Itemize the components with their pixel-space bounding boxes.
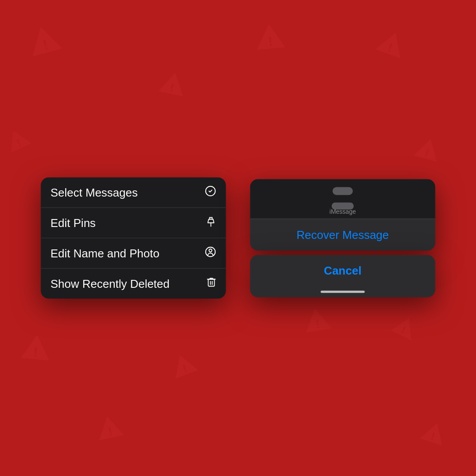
action-sheet-preview: iMessage <box>250 179 435 219</box>
cancel-sheet: Cancel <box>250 255 435 297</box>
menu-item-edit-name-photo[interactable]: Edit Name and Photo <box>41 238 226 269</box>
edit-name-photo-label: Edit Name and Photo <box>51 246 160 260</box>
cancel-button[interactable]: Cancel <box>250 255 435 286</box>
edit-pins-label: Edit Pins <box>51 216 96 230</box>
svg-point-27 <box>209 249 212 252</box>
panels-container: Select Messages Edit Pins Edit Name and … <box>41 178 435 299</box>
warning-icon-3: ! <box>252 21 287 52</box>
warning-icon-1: ! <box>23 20 65 59</box>
right-action-sheet-container: iMessage Recover Message Cancel <box>250 179 435 297</box>
warning-icon-4: ! <box>373 26 410 61</box>
select-messages-label: Select Messages <box>51 186 138 199</box>
show-recently-deleted-label: Show Recently Deleted <box>51 277 170 290</box>
person-circle-icon <box>205 246 216 260</box>
svg-rect-28 <box>208 279 215 286</box>
pin-icon <box>206 216 216 230</box>
warning-icon-11: ! <box>93 412 126 443</box>
trash-icon <box>207 277 216 291</box>
warning-icon-12: ! <box>418 417 450 448</box>
warning-icon-5: ! <box>1 123 34 155</box>
menu-item-select-messages[interactable]: Select Messages <box>41 178 226 208</box>
left-context-menu: Select Messages Edit Pins Edit Name and … <box>41 178 226 299</box>
warning-icon-8: ! <box>19 331 53 363</box>
warning-icon-6: ! <box>412 134 444 164</box>
warning-icon-2: ! <box>156 68 190 99</box>
warning-icon-10: ! <box>389 311 422 342</box>
warning-icon-9: ! <box>166 349 200 381</box>
recover-message-label: Recover Message <box>297 228 389 242</box>
preview-app-label: iMessage <box>330 208 356 215</box>
home-indicator <box>250 286 435 297</box>
action-sheet-main: iMessage Recover Message <box>250 179 435 250</box>
cancel-label: Cancel <box>324 264 361 277</box>
warning-icon-7: ! <box>300 304 334 335</box>
checkmark-circle-icon <box>205 186 216 200</box>
recover-message-button[interactable]: Recover Message <box>250 219 435 250</box>
menu-item-edit-pins[interactable]: Edit Pins <box>41 208 226 238</box>
home-indicator-bar <box>321 290 365 293</box>
preview-avatar <box>333 187 353 195</box>
menu-item-show-recently-deleted[interactable]: Show Recently Deleted <box>41 269 226 299</box>
